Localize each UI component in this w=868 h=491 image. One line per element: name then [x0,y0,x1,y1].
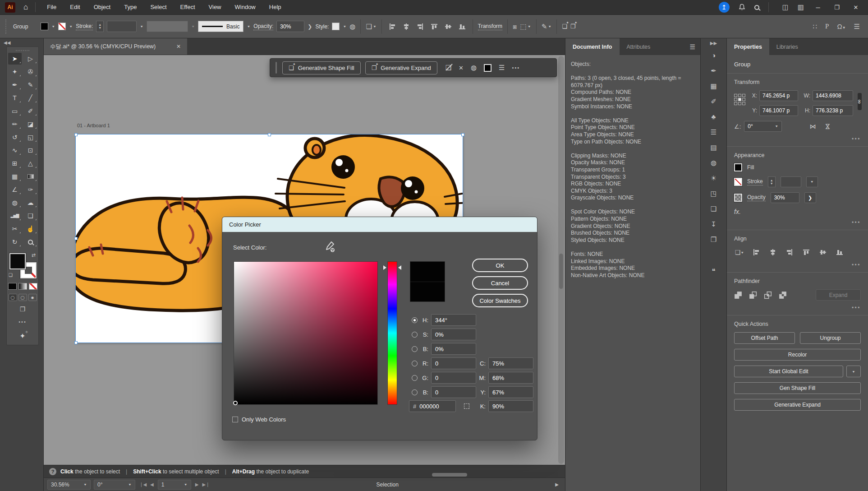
selection-handle[interactable] [268,133,271,136]
selection-handle[interactable] [74,237,78,240]
gradient-tool[interactable] [24,171,37,182]
menu-help[interactable]: Help [262,0,288,14]
generative-shape-fill-button[interactable]: ❏✦ Generative Shape Fill [282,61,361,74]
ungroup-button[interactable]: Ungroup [800,332,861,344]
menu-type[interactable]: Type [117,0,143,14]
stroke-weight-value[interactable] [781,176,801,187]
menu-edit[interactable]: Edit [63,0,87,14]
fill-indicator[interactable] [9,253,26,269]
zoom-tool[interactable] [24,236,37,248]
collapse-toolbar-icon[interactable]: ◀◀ [4,40,10,45]
menu-icon[interactable]: ☰ [499,64,505,72]
symbols-panel-icon[interactable]: ♣ [706,111,722,123]
free-transform-tool[interactable]: ⊡ [24,144,37,156]
pathfinder-minus-front-button[interactable] [749,291,757,299]
opacity-more-arrow[interactable]: ❯ [804,192,816,203]
magenta-input[interactable]: 68% [488,372,533,384]
graphic-styles-panel-icon[interactable]: ◳ [706,187,722,199]
next-artboard-icon[interactable]: ▶ [195,482,199,487]
brush-definition-dropdown[interactable] [147,21,188,32]
edit-toolbar-icon[interactable]: ••• [18,319,27,324]
saturation-radio[interactable] [412,332,418,338]
chevron-down-icon[interactable]: ▼ [140,25,143,28]
color-guide-panel-icon[interactable]: ✒ [706,65,722,77]
start-global-edit-button[interactable]: Start Global Edit [734,366,843,377]
drag-handle[interactable] [276,62,277,74]
paintbrush-tool[interactable]: ✐ [24,105,37,117]
pathfinder-exclude-button[interactable] [779,291,787,299]
hex-input[interactable]: #000000 [409,400,456,412]
recolor-artwork-icon[interactable]: ◍ [349,23,355,31]
align-middle-button[interactable] [443,21,454,32]
hand-tool[interactable]: ☝ [24,223,37,235]
selection-tool[interactable]: ➤ [8,53,22,65]
swatches-panel-icon[interactable]: ▦ [706,80,722,92]
rotate-tool[interactable]: ↺ [8,131,22,143]
green-radio[interactable] [412,375,418,381]
control-panel-menu-icon[interactable]: ☰ [854,23,860,31]
stroke-panel-icon[interactable]: ☰ [706,126,722,138]
lasso-tool[interactable]: ✇ [24,66,37,78]
transparency-panel-icon[interactable]: ◍ [706,157,722,169]
more-options-icon[interactable]: ••• [734,305,861,311]
green-input[interactable]: 0 [431,372,476,384]
symbol-sprayer-tool[interactable]: ☁ [24,197,37,208]
rotation-select[interactable]: 0°▼ [94,480,135,490]
flip-vertical-icon[interactable]: ⋈ [824,123,831,130]
recolor-icon[interactable]: ◍ [471,64,477,72]
artboard-number-select[interactable]: 1▼ [158,480,191,490]
asset-export-panel-icon[interactable]: ↧ [706,218,722,230]
gradient-panel-icon[interactable]: ▤ [706,141,722,153]
transform-link[interactable]: Transform [478,23,502,30]
draw-normal-button[interactable]: ◯ [9,294,17,301]
variable-width-profile-dropdown[interactable]: Basic [198,21,243,32]
rectangle-tool[interactable]: ▭ [8,105,22,117]
more-options-icon[interactable]: ••• [734,136,861,142]
status-menu-arrow-icon[interactable]: ▶ [555,482,559,487]
illustrator-logo-icon[interactable]: Ai [5,2,15,13]
status-display[interactable]: Selection ▶ [214,482,561,488]
menu-object[interactable]: Object [87,0,118,14]
fill-color-swatch[interactable] [484,64,491,72]
maximize-button[interactable]: ❐ [832,4,842,11]
brightness-radio[interactable] [412,346,418,352]
align-top-button[interactable] [801,247,812,258]
eraser-tool[interactable]: ◪ [24,118,37,130]
selection-handle[interactable] [74,341,78,344]
tab-properties[interactable]: Properties [727,38,769,55]
expand-panels-icon[interactable]: ▶▶ [710,41,717,46]
opacity-label[interactable]: Opacity: [253,23,273,30]
yellow-input[interactable]: 67% [488,386,533,398]
only-web-colors-checkbox[interactable] [232,417,238,422]
offset-path-button[interactable]: Offset Path [734,332,795,344]
close-window-button[interactable]: ✕ [851,4,861,11]
blue-radio[interactable] [412,389,418,395]
align-middle-button[interactable] [817,247,828,258]
last-artboard-icon[interactable]: ▶❘ [202,482,209,487]
red-radio[interactable] [412,361,418,366]
pathfinder-intersect-button[interactable] [764,291,772,299]
stroke-color-swatch[interactable] [734,178,742,186]
gradient-mode-button[interactable] [18,283,27,290]
align-top-button[interactable] [429,21,440,32]
arrange-documents-icon[interactable]: ◫ [782,3,789,11]
mesh-tool[interactable]: ▦ [8,171,22,182]
effects-button[interactable]: fx. [734,208,861,215]
generative-expand-button[interactable]: Generative Expand [734,399,861,411]
dialog-title-bar[interactable]: Color Picker [222,217,537,232]
artboard-tool[interactable]: ❏ [24,210,37,222]
artboards-panel-icon[interactable]: ❐ [706,233,722,246]
column-graph-tool[interactable]: ▂▅▇ [8,210,22,222]
tab-document-info[interactable]: Document Info [565,38,620,55]
width-tool[interactable]: ∿ [8,144,22,156]
hue-slider-arrow[interactable] [398,265,401,270]
stroke-label[interactable]: Stroke [747,178,763,185]
none-mode-button[interactable] [29,283,37,290]
pathfinder-unite-button[interactable] [734,291,742,299]
vertical-scrollbar[interactable] [558,56,564,464]
shear-tool[interactable]: ∠ [8,184,22,195]
eyedropper-icon[interactable] [323,241,336,255]
panel-menu-icon[interactable]: ☰ [689,38,700,55]
reference-point-selector[interactable] [734,94,745,105]
align-center-button[interactable] [401,21,412,32]
